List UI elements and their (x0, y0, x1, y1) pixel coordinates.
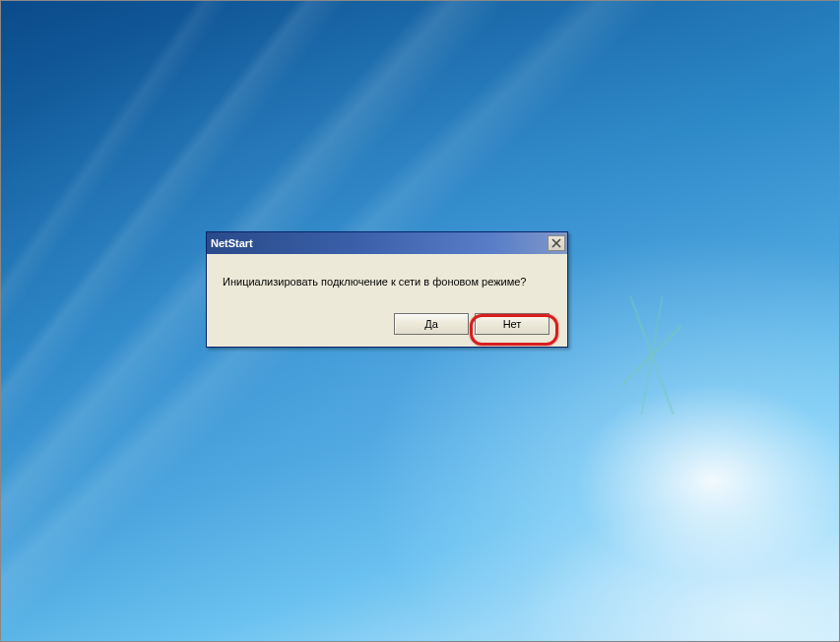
yes-button[interactable]: Да (394, 313, 469, 335)
dialog-message: Инициализировать подключение к сети в фо… (223, 276, 551, 288)
desktop-background: NetStart Инициализировать подключение к … (1, 1, 839, 641)
no-button[interactable]: Нет (475, 313, 549, 335)
close-icon (551, 238, 561, 248)
dialog-title: NetStart (211, 237, 253, 249)
netstart-dialog: NetStart Инициализировать подключение к … (206, 231, 568, 348)
dialog-titlebar[interactable]: NetStart (207, 232, 567, 254)
close-button[interactable] (548, 235, 565, 251)
dialog-body: Инициализировать подключение к сети в фо… (207, 254, 567, 347)
dialog-button-row: Да Нет (223, 313, 551, 335)
